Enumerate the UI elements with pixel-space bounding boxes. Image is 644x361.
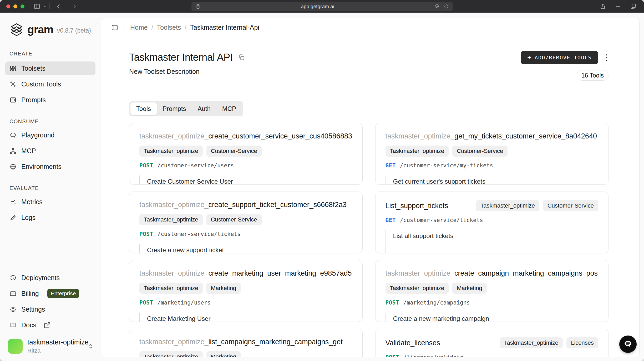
chevron-down-icon[interactable]: [43, 4, 47, 8]
endpoint-path: /marketing/campaigns: [403, 300, 470, 306]
sidebar-item-toolsets[interactable]: Toolsets: [5, 61, 95, 75]
method-label: POST: [386, 300, 399, 306]
chat-bubble-icon: [9, 132, 17, 139]
sidebar-item-docs[interactable]: Docs: [5, 318, 95, 332]
zoom-window-button[interactable]: [21, 4, 24, 8]
tool-name: List_support_tickets: [386, 202, 448, 210]
badge: Taskmaster_optimize: [476, 200, 539, 211]
sidebar-item-metrics[interactable]: Metrics: [5, 195, 95, 209]
copy-icon[interactable]: [238, 54, 245, 61]
account-switcher[interactable]: taskmaster-optimize Ritza: [8, 338, 94, 354]
breadcrumb-home[interactable]: Home: [130, 24, 148, 31]
sidebar-spacer: [5, 224, 95, 271]
section-label-create: CREATE: [9, 50, 95, 57]
sidebar-item-logs[interactable]: Logs: [5, 211, 95, 224]
endpoint-path: /marketing/users: [158, 300, 211, 306]
toolset-description: New Toolset Description: [129, 68, 245, 75]
panel-toggle-icon[interactable]: [111, 24, 118, 31]
sidebar-item-deployments[interactable]: Deployments: [5, 271, 95, 285]
plus-icon: +: [527, 54, 531, 61]
sidebar-item-settings[interactable]: Settings: [5, 302, 95, 316]
sidebar-item-label: Environments: [21, 163, 62, 171]
sidebar-item-playground[interactable]: Playground: [5, 128, 95, 142]
tab-auth[interactable]: Auth: [192, 102, 216, 115]
tab-prompts[interactable]: Prompts: [157, 102, 192, 115]
traffic-lights: [6, 4, 24, 8]
breadcrumb-toolsets[interactable]: Toolsets: [157, 24, 181, 31]
tab-overview-icon[interactable]: [630, 3, 637, 10]
sidebar-item-label: Logs: [21, 214, 36, 221]
tab-tools[interactable]: Tools: [130, 102, 157, 115]
tool-name: create_support_ticket_customer_s6668f2a3: [209, 201, 347, 209]
method-label: POST: [386, 354, 399, 357]
tool-name: get_my_tickets_customer_service_8a042640: [454, 132, 597, 140]
sidebar-item-prompts[interactable]: Prompts: [5, 93, 95, 107]
address-bar[interactable]: app.getgram.ai: [191, 2, 453, 11]
reader-icon[interactable]: [195, 4, 201, 9]
tool-card[interactable]: taskmaster_optimize_list_campaigns_marke…: [129, 329, 363, 357]
tool-name-prefix: taskmaster_optimize_: [139, 338, 209, 346]
sidebar-item-label: Deployments: [21, 274, 60, 282]
sidebar-item-label: Custom Tools: [21, 80, 61, 88]
breadcrumb-divider: [124, 24, 124, 31]
method-label: POST: [139, 231, 153, 237]
network-icon: [9, 147, 17, 154]
tab-mcp[interactable]: MCP: [216, 102, 242, 115]
logo[interactable]: gram v0.8.7 (beta): [9, 23, 95, 37]
chevron-up-down-icon: [87, 342, 94, 351]
method-label: GET: [386, 162, 396, 169]
sidebar-item-billing[interactable]: Billing Enterprise: [5, 287, 95, 300]
gram-logo-icon: [9, 23, 24, 37]
tool-description: Create Customer Service User: [139, 176, 352, 185]
back-icon[interactable]: [55, 3, 62, 10]
breadcrumb: Home / Toolsets / Taskmaster Internal-Ap…: [130, 24, 259, 31]
sidebar-item-custom-tools[interactable]: Custom Tools: [5, 77, 95, 91]
new-tab-icon[interactable]: [615, 3, 621, 10]
browser-window: app.getgram.ai: [0, 0, 644, 361]
url-text: app.getgram.ai: [201, 4, 434, 9]
sidebar-item-label: Toolsets: [21, 65, 45, 72]
method-label: POST: [139, 162, 153, 169]
sidebar-item-environments[interactable]: Environments: [5, 160, 95, 173]
tool-card[interactable]: taskmaster_optimize_create_customer_serv…: [129, 123, 363, 185]
sidebar-item-label: Billing: [21, 290, 39, 297]
tool-name: Validate_licenses: [386, 339, 440, 347]
tool-card[interactable]: taskmaster_optimize_create_campaign_mark…: [375, 260, 609, 322]
gear-icon: [9, 306, 17, 313]
account-name: taskmaster-optimize: [27, 338, 87, 346]
tool-card[interactable]: Validate_licenses Taskmaster_optimizeLic…: [375, 329, 609, 357]
page-title: Taskmaster Internal API: [129, 52, 233, 63]
sidebar-item-mcp[interactable]: MCP: [5, 144, 95, 158]
tab-bar: Tools Prompts Auth MCP: [129, 101, 243, 116]
avatar: [8, 339, 23, 354]
chart-icon: [9, 198, 17, 205]
minimize-window-button[interactable]: [13, 4, 17, 8]
breadcrumb-separator: /: [151, 24, 153, 31]
toolsets-icon: [9, 65, 17, 72]
kebab-menu-icon[interactable]: ⋮: [603, 54, 608, 61]
tool-description: Create Marketing User: [139, 313, 352, 322]
privacy-badge-icon[interactable]: [434, 4, 440, 9]
tool-card[interactable]: taskmaster_optimize_get_my_tickets_custo…: [375, 123, 609, 185]
add-remove-tools-button[interactable]: + ADD/REMOVE TOOLS: [521, 51, 598, 64]
forward-icon[interactable]: [71, 3, 78, 10]
browser-chrome: app.getgram.ai: [0, 0, 644, 13]
tool-card-grid: taskmaster_optimize_create_customer_serv…: [129, 123, 608, 357]
app-version: v0.8.7 (beta): [57, 27, 91, 34]
tool-card[interactable]: List_support_tickets Taskmaster_optimize…: [375, 192, 609, 253]
logo-wordmark: gram: [27, 23, 53, 36]
tool-card[interactable]: taskmaster_optimize_create_support_ticke…: [129, 192, 363, 253]
browser-sidebar-toggle-icon[interactable]: [33, 3, 40, 10]
reload-icon[interactable]: [444, 4, 449, 9]
main-panel: Home / Toolsets / Taskmaster Internal-Ap…: [101, 18, 640, 357]
tool-card[interactable]: taskmaster_optimize_create_marketing_use…: [129, 260, 363, 322]
badge: Taskmaster_optimize: [139, 351, 203, 357]
badge: Taskmaster_optimize: [139, 214, 203, 225]
credit-card-icon: [9, 290, 17, 297]
close-window-button[interactable]: [6, 4, 10, 8]
share-icon[interactable]: [599, 3, 606, 10]
chat-support-button[interactable]: [619, 336, 637, 353]
tool-description: Create a new marketing campaign: [386, 313, 599, 322]
tool-name: list_campaigns_marketing_campaigns_get: [209, 338, 343, 346]
prompts-icon: [9, 96, 17, 104]
